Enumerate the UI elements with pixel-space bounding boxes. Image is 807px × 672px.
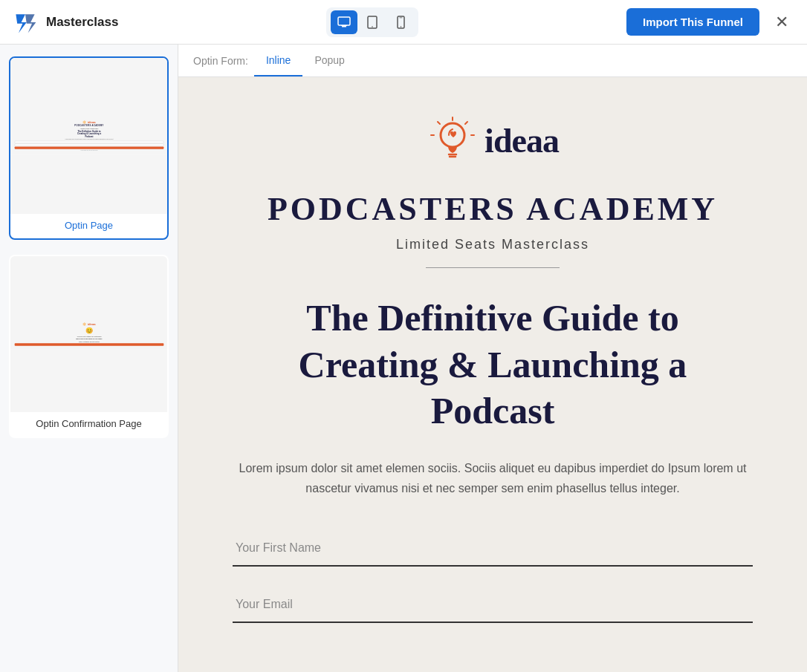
seats-text: Limited Seats Masterclass — [233, 237, 753, 252]
email-input[interactable] — [233, 587, 753, 623]
confirmation-page-thumbnail: 🔆 ideaa 😊 You're all set to attend the M… — [10, 256, 167, 412]
header-left: Masterclass — [12, 9, 118, 36]
svg-rect-2 — [338, 17, 350, 25]
import-funnel-button[interactable]: Import This Funnel — [626, 8, 759, 36]
svg-marker-0 — [16, 14, 26, 33]
svg-line-16 — [438, 122, 440, 124]
close-button[interactable]: ✕ — [768, 9, 795, 36]
svg-point-6 — [372, 26, 373, 27]
brand-name: Masterclass — [46, 15, 118, 30]
svg-point-8 — [400, 26, 401, 27]
app-header: Masterclass Import This Funnel ✕ — [0, 0, 807, 45]
confirmation-page-card[interactable]: 🔆 ideaa 😊 You're all set to attend the M… — [9, 255, 169, 438]
bulb-icon — [427, 114, 479, 166]
landing-page-body: ideaa PODCASTERS ACADEMY Limited Seats M… — [203, 77, 782, 672]
desktop-btn[interactable] — [331, 10, 357, 34]
landing-logo: ideaa — [233, 114, 753, 166]
main-headline: The Definitive Guide to Creating & Launc… — [233, 295, 753, 434]
logo-icon — [12, 9, 39, 36]
tablet-btn[interactable] — [359, 10, 386, 34]
form-type-label: Optin Form: — [193, 55, 248, 67]
academy-title: PODCASTERS ACADEMY — [233, 190, 753, 228]
tab-popup[interactable]: Popup — [302, 45, 356, 76]
svg-rect-4 — [341, 25, 347, 26]
divider — [426, 267, 560, 268]
preview-content: ideaa PODCASTERS ACADEMY Limited Seats M… — [178, 77, 807, 672]
sidebar: 🔆 ideaa PODCASTERS ACADEMY Limited Seats… — [0, 45, 178, 672]
device-switcher — [326, 7, 418, 37]
confirmation-page-label: Optin Confirmation Page — [10, 412, 167, 437]
first-name-input[interactable] — [233, 531, 753, 567]
svg-rect-9 — [399, 17, 402, 18]
preview-tabs-bar: Optin Form: Inline Popup — [178, 45, 807, 77]
preview-pane: Optin Form: Inline Popup — [178, 45, 807, 672]
logo-text: ideaa — [484, 121, 559, 160]
tab-inline[interactable]: Inline — [254, 45, 302, 76]
mobile-btn[interactable] — [387, 10, 414, 34]
header-right: Import This Funnel ✕ — [626, 8, 795, 36]
optin-page-thumbnail: 🔆 ideaa PODCASTERS ACADEMY Limited Seats… — [10, 58, 167, 214]
main-layout: 🔆 ideaa PODCASTERS ACADEMY Limited Seats… — [0, 45, 807, 672]
svg-line-14 — [465, 122, 467, 124]
optin-page-card[interactable]: 🔆 ideaa PODCASTERS ACADEMY Limited Seats… — [9, 56, 169, 240]
svg-rect-3 — [342, 26, 346, 27]
optin-page-label: Optin Page — [10, 214, 167, 238]
description-text: Lorem ipsum dolor sit amet elemen sociis… — [233, 458, 753, 498]
svg-marker-1 — [25, 14, 36, 33]
